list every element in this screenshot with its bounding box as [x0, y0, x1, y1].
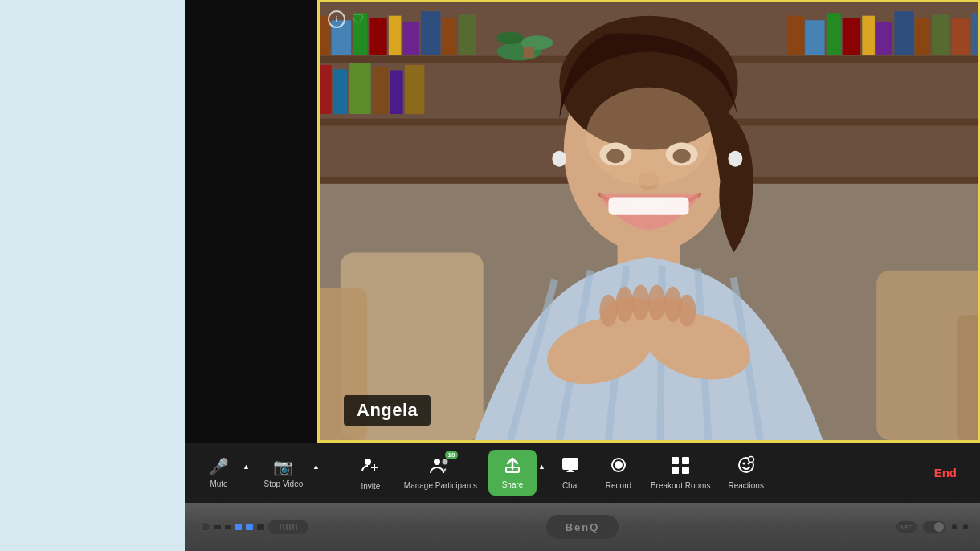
monitor-bezel: BenQ NFC — [185, 503, 980, 551]
breakout-rooms-button[interactable]: Breakout Rooms — [644, 451, 717, 495]
svg-text:+: + — [748, 459, 750, 463]
toolbar: 🎤 Mute ▲ 📷 Stop Video ▲ — [185, 443, 980, 503]
mute-button[interactable]: 🎤 Mute — [197, 452, 241, 493]
svg-rect-25 — [916, 18, 930, 55]
manage-participants-label: Manage Participants — [404, 481, 477, 490]
power-btn[interactable] — [201, 522, 210, 532]
shield-icon: 🛡 — [352, 12, 365, 27]
record-icon — [609, 455, 628, 478]
svg-rect-9 — [389, 16, 402, 55]
svg-rect-30 — [333, 69, 348, 114]
svg-rect-78 — [672, 467, 679, 474]
breakout-icon — [670, 455, 691, 478]
share-chevron[interactable]: ▲ — [537, 463, 547, 471]
record-label: Record — [606, 481, 631, 490]
svg-rect-26 — [932, 15, 949, 55]
stop-video-label: Stop Video — [264, 480, 304, 488]
brand-name: BenQ — [566, 521, 600, 533]
svg-point-81 — [742, 463, 745, 465]
end-button[interactable]: End — [923, 459, 968, 486]
svg-rect-22 — [862, 16, 875, 55]
chat-label: Chat — [562, 481, 579, 490]
svg-rect-11 — [421, 11, 440, 55]
stop-video-group: 📷 Stop Video ▲ — [256, 452, 321, 493]
participants-icon: 10 — [429, 455, 451, 478]
participants-badge: 10 — [445, 451, 459, 459]
svg-rect-32 — [373, 67, 389, 114]
port-hdmi — [214, 525, 221, 529]
svg-rect-19 — [805, 20, 824, 55]
camera-icon: 📷 — [273, 457, 293, 476]
port-usb2 — [246, 524, 253, 530]
svg-rect-34 — [405, 65, 424, 114]
bezel-right-controls: NFC — [896, 521, 968, 533]
monitor-wrapper: i 🛡 Angela 🎤 Mute ▲ — [185, 0, 980, 551]
svg-point-75 — [615, 461, 623, 469]
svg-rect-17 — [524, 47, 534, 58]
svg-rect-29 — [320, 65, 332, 114]
app-container: i 🛡 Angela 🎤 Mute ▲ — [0, 0, 980, 551]
mute-label: Mute — [210, 480, 227, 488]
svg-rect-47 — [608, 197, 688, 214]
bezel-left-ports — [201, 520, 308, 534]
svg-point-67 — [365, 459, 371, 465]
invite-label: Invite — [361, 482, 380, 491]
share-button[interactable]: Share — [488, 450, 537, 496]
breakout-rooms-label: Breakout Rooms — [651, 481, 710, 490]
svg-point-71 — [443, 459, 448, 465]
svg-rect-10 — [403, 22, 419, 55]
mute-chevron[interactable]: ▲ — [241, 463, 251, 471]
toggle-switch[interactable] — [923, 521, 945, 533]
reactions-button[interactable]: + Reactions — [718, 451, 773, 495]
svg-rect-33 — [390, 71, 403, 115]
share-group: Share ▲ — [488, 450, 547, 496]
video-chevron[interactable]: ▲ — [311, 463, 321, 471]
svg-point-70 — [434, 459, 440, 465]
svg-point-66 — [586, 88, 712, 186]
invite-button[interactable]: Invite — [349, 451, 393, 496]
svg-point-65 — [678, 295, 696, 327]
svg-rect-28 — [971, 13, 978, 55]
stop-video-button[interactable]: 📷 Stop Video — [256, 452, 311, 493]
brand-logo: BenQ — [546, 515, 619, 539]
reactions-icon: + — [737, 455, 756, 478]
svg-point-41 — [552, 151, 566, 167]
svg-rect-38 — [957, 315, 978, 440]
svg-point-61 — [615, 287, 633, 322]
invite-icon — [361, 455, 380, 479]
svg-rect-12 — [443, 18, 457, 55]
svg-rect-73 — [562, 458, 578, 470]
chat-icon — [561, 455, 580, 478]
svg-rect-8 — [369, 18, 386, 55]
share-icon — [504, 456, 521, 477]
svg-point-60 — [599, 295, 617, 327]
mic-icon: 🎤 — [209, 457, 229, 476]
indicator-dot1 — [952, 524, 957, 529]
participant-name-label: Angela — [344, 395, 431, 426]
video-background — [320, 2, 978, 440]
port-usb-c — [225, 525, 231, 529]
reactions-label: Reactions — [728, 481, 763, 490]
main-video-feed: i 🛡 Angela — [317, 0, 980, 443]
top-status-icons: i 🛡 — [328, 10, 365, 28]
svg-rect-27 — [952, 18, 970, 55]
manage-participants-button[interactable]: 10 Manage Participants — [394, 451, 487, 495]
svg-rect-79 — [682, 467, 689, 474]
svg-rect-18 — [787, 16, 803, 55]
svg-rect-21 — [843, 18, 860, 55]
svg-rect-31 — [349, 63, 371, 114]
port-usb1 — [235, 524, 242, 530]
bezel-right-btn1[interactable]: NFC — [896, 521, 917, 533]
svg-rect-13 — [459, 15, 476, 55]
speaker-left — [268, 520, 308, 534]
left-panel — [185, 0, 317, 443]
svg-point-16 — [496, 32, 523, 45]
svg-rect-23 — [876, 22, 892, 55]
svg-rect-77 — [682, 457, 689, 464]
svg-point-63 — [647, 284, 665, 320]
monitor-screen: i 🛡 Angela 🎤 Mute ▲ — [185, 0, 980, 503]
record-button[interactable]: Record — [594, 451, 643, 495]
chat-button[interactable]: Chat — [549, 451, 593, 495]
share-label: Share — [502, 480, 524, 489]
mute-group: 🎤 Mute ▲ — [197, 452, 251, 493]
